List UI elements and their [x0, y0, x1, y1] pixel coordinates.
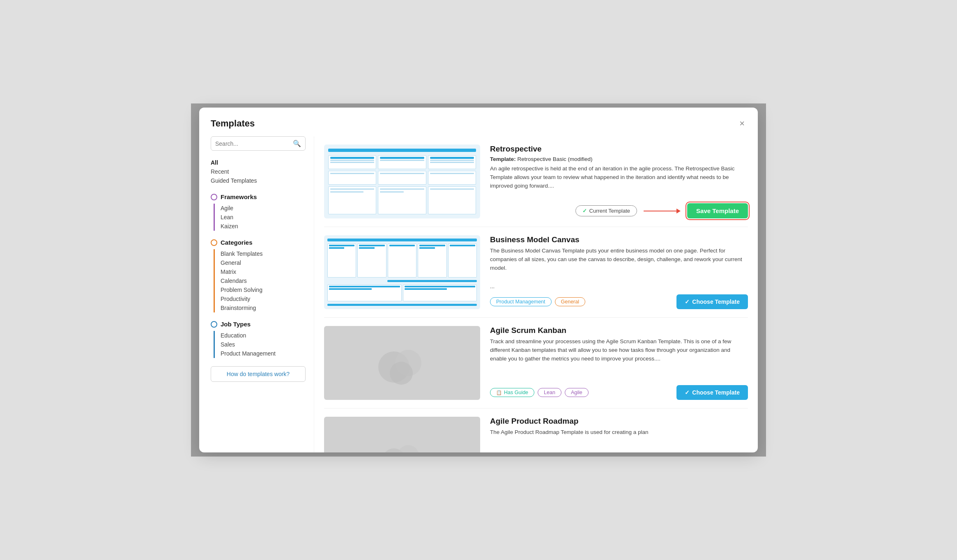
bmc-thumb-grid	[324, 235, 480, 309]
check-icon: ✓	[582, 208, 587, 214]
bmc-desc: The Business Model Canvas Template puts …	[490, 247, 748, 282]
job-types-title: Job Types	[221, 321, 251, 328]
modal-header: Templates ×	[199, 108, 758, 130]
nav-agile[interactable]: Agile	[221, 204, 306, 213]
check-icon-bmc: ✓	[685, 298, 690, 305]
nav-product-management[interactable]: Product Management	[221, 349, 306, 358]
job-types-icon	[211, 321, 217, 328]
frameworks-section: Frameworks Agile Lean Kaizen	[211, 193, 306, 231]
nav-all[interactable]: All	[211, 158, 306, 167]
arrow-line	[644, 211, 676, 211]
current-template-button: ✓ Current Template	[575, 205, 637, 216]
roadmap-info: Agile Product Roadmap The Agile Product …	[490, 417, 748, 452]
frameworks-icon	[211, 194, 217, 200]
bmc-desc-suffix: ...	[490, 283, 748, 289]
frameworks-header: Frameworks	[211, 193, 306, 200]
nav-lean[interactable]: Lean	[221, 213, 306, 222]
nav-general[interactable]: General	[221, 258, 306, 267]
guide-icon: 📋	[496, 390, 502, 395]
save-template-button[interactable]: Save Template	[687, 203, 748, 218]
categories-icon	[211, 239, 217, 246]
kanban-name: Agile Scrum Kanban	[490, 326, 748, 335]
job-types-items: Education Sales Product Management	[214, 331, 306, 358]
bmc-info: Business Model Canvas The Business Model…	[490, 235, 748, 309]
close-button[interactable]: ×	[738, 117, 746, 130]
kanban-footer: 📋 Has Guide Lean Agile ✓ Choose Template	[490, 385, 748, 400]
bmc-tags: Product Management General	[490, 297, 585, 306]
nav-recent[interactable]: Recent	[211, 167, 306, 176]
tag-general: General	[555, 297, 585, 306]
nav-problem-solving[interactable]: Problem Solving	[221, 285, 306, 294]
bmc-name: Business Model Canvas	[490, 235, 748, 244]
bmc-thumbnail	[324, 235, 480, 309]
arrow-indicator	[644, 209, 681, 213]
templates-modal: Templates × 🔍 All Recent Guided Template…	[199, 108, 758, 452]
template-card-retrospective: Retrospective Template: Retrospective Ba…	[324, 136, 748, 227]
search-input[interactable]	[215, 140, 293, 147]
tag-product-management: Product Management	[490, 297, 552, 306]
choose-label-kanban: Choose Template	[692, 389, 740, 396]
search-icon: 🔍	[293, 140, 301, 147]
current-template-label: Current Template	[589, 208, 630, 214]
categories-title: Categories	[221, 239, 253, 246]
check-icon-kanban: ✓	[685, 389, 690, 396]
nav-kaizen[interactable]: Kaizen	[221, 222, 306, 231]
kanban-thumb-gray	[324, 326, 480, 400]
nav-matrix[interactable]: Matrix	[221, 267, 306, 276]
bmc-footer: Product Management General ✓ Choose Temp…	[490, 294, 748, 309]
job-types-section: Job Types Education Sales Product Manage…	[211, 321, 306, 358]
nav-calendars[interactable]: Calendars	[221, 276, 306, 285]
roadmap-thumb-gray	[324, 417, 480, 452]
retrospective-thumbnail	[324, 145, 480, 218]
choose-label-bmc: Choose Template	[692, 298, 740, 305]
svg-point-4	[398, 445, 419, 452]
frameworks-title: Frameworks	[221, 193, 257, 200]
kanban-thumb-svg	[377, 338, 427, 388]
nav-productivity[interactable]: Productivity	[221, 294, 306, 303]
meta-value: Retrospective Basic (modified)	[518, 156, 593, 162]
template-card-bmc: Business Model Canvas The Business Model…	[324, 227, 748, 318]
nav-sales[interactable]: Sales	[221, 340, 306, 349]
roadmap-name: Agile Product Roadmap	[490, 417, 748, 426]
kanban-desc: Track and streamline your processes usin…	[490, 337, 748, 380]
retrospective-desc: An agile retrospective is held at the en…	[490, 165, 748, 198]
nav-blank-templates[interactable]: Blank Templates	[221, 249, 306, 258]
template-card-kanban: Agile Scrum Kanban Track and streamline …	[324, 318, 748, 409]
arrow-head	[676, 209, 681, 213]
roadmap-thumbnail	[324, 417, 480, 452]
tag-lean: Lean	[538, 388, 561, 397]
categories-items: Blank Templates General Matrix Calendars…	[214, 249, 306, 312]
tag-has-guide: 📋 Has Guide	[490, 388, 534, 397]
job-types-header: Job Types	[211, 321, 306, 328]
kanban-tags: 📋 Has Guide Lean Agile	[490, 388, 589, 397]
nav-guided-templates[interactable]: Guided Templates	[211, 176, 306, 185]
tag-agile: Agile	[565, 388, 589, 397]
roadmap-thumb-svg	[382, 437, 423, 452]
meta-label: Template:	[490, 156, 516, 162]
frameworks-items: Agile Lean Kaizen	[214, 204, 306, 231]
modal-body: 🔍 All Recent Guided Templates Frameworks…	[199, 136, 758, 452]
kanban-info: Agile Scrum Kanban Track and streamline …	[490, 326, 748, 400]
main-content: Retrospective Template: Retrospective Ba…	[314, 136, 758, 452]
retrospective-name: Retrospective	[490, 145, 748, 154]
retrospective-meta: Template: Retrospective Basic (modified)	[490, 156, 748, 162]
how-templates-link[interactable]: How do templates work?	[211, 366, 306, 382]
svg-point-2	[390, 362, 413, 385]
choose-template-button-bmc[interactable]: ✓ Choose Template	[676, 294, 748, 309]
categories-section: Categories Blank Templates General Matri…	[211, 239, 306, 312]
sidebar: 🔍 All Recent Guided Templates Frameworks…	[199, 136, 314, 452]
search-box[interactable]: 🔍	[211, 136, 306, 151]
categories-header: Categories	[211, 239, 306, 246]
nav-section: All Recent Guided Templates	[211, 158, 306, 185]
nav-education[interactable]: Education	[221, 331, 306, 340]
retrospective-info: Retrospective Template: Retrospective Ba…	[490, 145, 748, 218]
modal-overlay: Templates × 🔍 All Recent Guided Template…	[191, 103, 766, 457]
kanban-thumbnail	[324, 326, 480, 400]
retrospective-actions: ✓ Current Template Save Template	[490, 203, 748, 218]
nav-brainstorming[interactable]: Brainstorming	[221, 303, 306, 312]
choose-template-button-kanban[interactable]: ✓ Choose Template	[676, 385, 748, 400]
modal-title: Templates	[211, 118, 255, 129]
template-card-roadmap: Agile Product Roadmap The Agile Product …	[324, 409, 748, 452]
roadmap-desc: The Agile Product Roadmap Template is us…	[490, 428, 748, 452]
retro-thumb-grid	[324, 145, 480, 218]
